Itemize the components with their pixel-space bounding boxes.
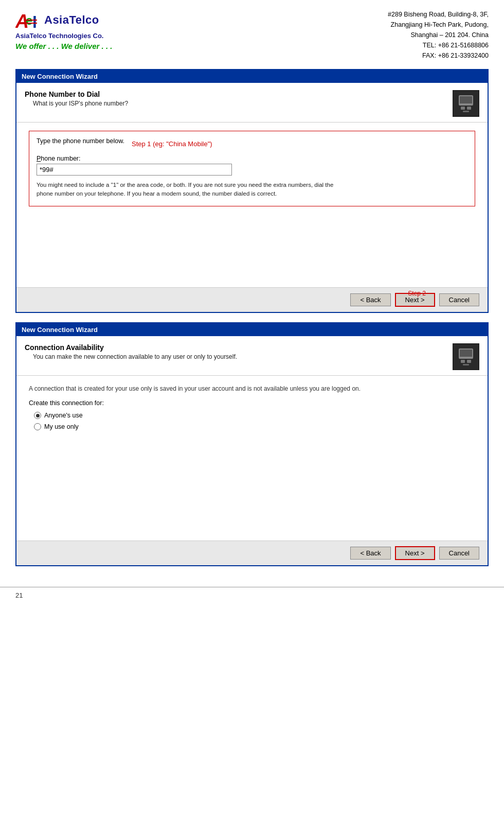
svg-rect-14 (461, 360, 465, 363)
logo-area: A e l AsiaTelco AsiaTelco Technologies C… (15, 9, 112, 50)
svg-rect-7 (460, 96, 472, 103)
wizard1-cancel-button[interactable]: Cancel (439, 293, 479, 306)
radio-group: Anyone's use My use only (34, 412, 475, 430)
address-line2: Zhangjiang Hi-Tech Park, Pudong, (388, 20, 489, 30)
connection-info-text: A connection that is created for your us… (29, 384, 475, 393)
tel-line: TEL: +86 21-51688806 (388, 40, 489, 50)
wizard1-section-info: Phone Number to Dial What is your ISP's … (25, 90, 128, 107)
wizard1-header-section: Phone Number to Dial What is your ISP's … (16, 83, 488, 123)
wizard2-content: A connection that is created for your us… (16, 376, 488, 540)
address-line1: #289 Bisheng Road, Building-8, 3F, (388, 9, 489, 20)
svg-rect-10 (463, 111, 469, 112)
page-header: A e l AsiaTelco AsiaTelco Technologies C… (0, 0, 504, 66)
wizard2-header-section: Connection Availability You can make the… (16, 336, 488, 376)
radio-myuse-label: My use only (44, 423, 79, 430)
wizard2-section-info: Connection Availability You can make the… (25, 343, 237, 360)
wizard1-back-button[interactable]: < Back (350, 293, 390, 306)
svg-rect-16 (463, 364, 469, 365)
wizard2-next-button[interactable]: Next > (395, 546, 435, 560)
wizard2-cancel-button[interactable]: Cancel (439, 547, 479, 560)
wizard2-title: New Connection Wizard (22, 326, 98, 334)
radio-item-myuse[interactable]: My use only (34, 423, 475, 430)
phone-label-rest: hone number: (41, 155, 80, 162)
logo-sub-text: AsiaTelco Technologies Co. (15, 32, 112, 40)
fax-line: FAX: +86 21-33932400 (388, 50, 489, 61)
step2-label: Step 2 (408, 290, 426, 297)
phone-input[interactable] (37, 164, 232, 176)
radio-myuse-circle[interactable] (34, 423, 41, 430)
create-label: Create this connection for: (29, 399, 475, 407)
svg-rect-15 (467, 360, 471, 363)
svg-text:l: l (32, 13, 37, 31)
wizard1-section-title: Phone Number to Dial (25, 90, 128, 98)
wizard1-titlebar: New Connection Wizard (16, 70, 488, 83)
wizard1-form-box: Type the phone number below. Step 1 (eg:… (29, 131, 475, 206)
address-block: #289 Bisheng Road, Building-8, 3F, Zhang… (388, 9, 489, 61)
wizard2-phone-icon (454, 344, 478, 369)
logo-image: A e l AsiaTelco (15, 9, 112, 31)
phone-form-group: Phone number: (37, 155, 467, 176)
svg-rect-8 (461, 107, 465, 110)
wizard1-content: Type the phone number below. Step 1 (eg:… (16, 123, 488, 287)
wizard1-footer: Step 2 < Back Next > Cancel (16, 287, 488, 312)
page-number: 21 (15, 591, 23, 599)
logo-brand-text: AsiaTelco (44, 13, 99, 27)
wizard1-body: Phone Number to Dial What is your ISP's … (16, 83, 488, 312)
wizard1-phone-icon (454, 91, 478, 116)
radio-item-anyone[interactable]: Anyone's use (34, 412, 475, 419)
address-line3: Shanghai – 201 204. China (388, 30, 489, 40)
svg-rect-4 (26, 23, 37, 24)
wizard1-section-subtitle: What is your ISP's phone number? (33, 100, 128, 107)
wizard2-back-button[interactable]: < Back (350, 547, 390, 560)
logo-icon: A e l (15, 9, 42, 31)
step1-label: Step 1 (eg: "China Mobile") (132, 140, 212, 148)
phone-label: Phone number: (37, 155, 467, 162)
wizard2-section-subtitle: You can make the new connection availabl… (33, 353, 237, 360)
wizard1-container: New Connection Wizard Phone Number to Di… (15, 69, 489, 313)
svg-rect-9 (467, 107, 471, 110)
wizard2-section-title: Connection Availability (25, 343, 237, 352)
tagline-text: We offer . . . We deliver . . . (15, 42, 112, 50)
wizard2-footer: < Back Next > Cancel (16, 540, 488, 565)
wizard1-icon (453, 90, 479, 117)
radio-anyone-circle[interactable] (34, 412, 41, 419)
svg-rect-13 (460, 350, 472, 357)
phone-hint: You might need to include a "1" or the a… (37, 181, 335, 199)
wizard2-container: New Connection Wizard Connection Availab… (15, 322, 489, 566)
svg-rect-3 (26, 20, 37, 21)
wizard2-body: Connection Availability You can make the… (16, 336, 488, 565)
wizard1-title: New Connection Wizard (22, 73, 98, 80)
wizard2-icon (453, 343, 479, 370)
page-footer: 21 (0, 587, 504, 603)
form-instruction: Type the phone number below. (37, 137, 124, 145)
radio-anyone-label: Anyone's use (44, 412, 83, 419)
wizard2-titlebar: New Connection Wizard (16, 323, 488, 336)
